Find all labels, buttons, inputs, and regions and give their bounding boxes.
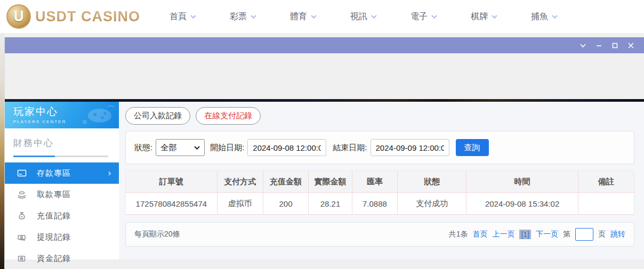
col-actual-amount: 實際金額 bbox=[309, 171, 352, 193]
prev-page-link[interactable]: 上一页 bbox=[492, 230, 514, 239]
cell-exchange-rate: 7.0888 bbox=[352, 193, 398, 215]
close-icon bbox=[627, 42, 634, 49]
funds-bag-icon bbox=[17, 253, 27, 264]
minimize-icon bbox=[595, 42, 602, 49]
end-date-label: 結束日期: bbox=[333, 143, 367, 153]
total-count-text: 共1条 bbox=[449, 230, 468, 239]
nav-label: 彩票 bbox=[230, 11, 247, 22]
nav-item-slots[interactable]: 電子 bbox=[410, 11, 437, 22]
cell-time: 2024-09-08 15:34:02 bbox=[466, 193, 578, 215]
cell-status: 支付成功 bbox=[398, 193, 466, 215]
cell-actual-amount: 28.21 bbox=[309, 193, 352, 215]
nav-item-sports[interactable]: 體育 bbox=[290, 11, 317, 22]
sidebar-item-funds-records[interactable]: 資金記錄 bbox=[5, 248, 119, 269]
table-row: 1725780842855474 虚拟币 200 28.21 7.0888 支付… bbox=[126, 193, 634, 215]
background-image-strip bbox=[0, 33, 4, 269]
sidebar: 玩家中心 PLAYERS CENTER 財務中心 bbox=[5, 102, 119, 259]
cell-recharge-amount: 200 bbox=[263, 193, 309, 215]
window-titlebar bbox=[5, 37, 644, 53]
gamepad-icon bbox=[78, 104, 116, 127]
maximize-icon bbox=[611, 42, 618, 49]
top-navbar: U USDT CASINO 首頁 彩票 體育 視訊 電子 棋牌 捕魚 bbox=[0, 0, 644, 33]
nav-label: 棋牌 bbox=[471, 11, 488, 22]
first-page-link[interactable]: 首页 bbox=[472, 230, 487, 239]
col-payment-method: 支付方式 bbox=[217, 171, 263, 193]
sidebar-item-withdrawal-records[interactable]: 提現記錄 bbox=[5, 226, 119, 248]
chevron-down-icon bbox=[190, 15, 196, 19]
sidebar-item-label: 存款專區 bbox=[37, 168, 71, 178]
section-underline bbox=[13, 156, 110, 157]
nav-label: 電子 bbox=[410, 11, 428, 22]
chevron-down-icon bbox=[579, 42, 586, 49]
sidebar-item-label: 提現記錄 bbox=[37, 232, 71, 242]
col-exchange-rate: 匯率 bbox=[352, 171, 398, 193]
main-menu: 首頁 彩票 體育 視訊 電子 棋牌 捕魚 bbox=[170, 11, 591, 22]
table-header-row: 訂單號 支付方式 充值金額 實際金額 匯率 狀態 時間 備註 bbox=[126, 171, 634, 193]
nav-label: 視訊 bbox=[350, 11, 367, 22]
nav-label: 首頁 bbox=[170, 11, 187, 22]
window-maximize-button[interactable] bbox=[607, 37, 623, 53]
chevron-down-icon bbox=[311, 15, 317, 19]
main-panel: 公司入款記錄 在線支付記錄 狀態: 全部 開始日期: 結束日期: 查詢 bbox=[119, 102, 644, 259]
window-close-button[interactable] bbox=[623, 37, 639, 53]
chevron-down-icon bbox=[552, 15, 558, 19]
jump-link[interactable]: 跳转 bbox=[610, 230, 625, 239]
chevron-down-icon bbox=[371, 15, 377, 19]
nav-item-board-games[interactable]: 棋牌 bbox=[471, 11, 497, 22]
sidebar-item-label: 充值記錄 bbox=[37, 211, 71, 221]
sidebar-section-title: 財務中心 bbox=[13, 137, 110, 149]
chevron-down-icon bbox=[492, 15, 497, 19]
cell-order-number: 1725780842855474 bbox=[126, 193, 218, 215]
banknote-icon bbox=[17, 232, 27, 242]
col-order-number: 訂單號 bbox=[126, 171, 218, 193]
sidebar-item-deposit-zone[interactable]: 存款專區 › bbox=[5, 162, 119, 184]
sidebar-menu: 存款專區 › 取款專區 充值記錄 bbox=[5, 162, 119, 269]
filter-bar: 狀態: 全部 開始日期: 結束日期: 查詢 bbox=[125, 131, 634, 164]
nav-label: 體育 bbox=[290, 11, 307, 22]
record-tabs: 公司入款記錄 在線支付記錄 bbox=[125, 107, 634, 125]
query-button[interactable]: 查詢 bbox=[456, 139, 489, 156]
jump-prefix-text: 第 bbox=[563, 230, 570, 239]
nav-item-home[interactable]: 首頁 bbox=[170, 11, 196, 22]
page-jump-input[interactable] bbox=[575, 228, 593, 241]
cell-remark bbox=[578, 193, 634, 215]
brand-logo[interactable]: U USDT CASINO bbox=[6, 4, 140, 29]
col-recharge-amount: 充值金額 bbox=[263, 171, 309, 193]
window-empty-area bbox=[5, 53, 644, 99]
chevron-down-icon bbox=[194, 146, 200, 150]
payment-records-table: 訂單號 支付方式 充值金額 實際金額 匯率 狀態 時間 備註 172578084 bbox=[125, 170, 634, 215]
start-date-input[interactable] bbox=[247, 139, 326, 156]
page-size-text: 每頁顯示20條 bbox=[134, 230, 180, 239]
window-minimize-button[interactable] bbox=[591, 37, 607, 53]
col-status: 狀態 bbox=[398, 171, 466, 193]
chevron-right-icon: › bbox=[108, 168, 111, 178]
current-page-indicator: [1] bbox=[519, 230, 531, 239]
nav-label: 捕魚 bbox=[531, 11, 548, 22]
chevron-down-icon bbox=[251, 15, 256, 19]
start-date-label: 開始日期: bbox=[210, 143, 244, 153]
tab-online-payment-records[interactable]: 在線支付記錄 bbox=[196, 107, 261, 125]
pager-controls: 共1条 首页 上一页 [1] 下一页 第 页 跳转 bbox=[449, 228, 625, 241]
window-collapse-button[interactable] bbox=[575, 37, 591, 53]
sidebar-item-label: 資金記錄 bbox=[37, 254, 71, 264]
sidebar-header: 玩家中心 PLAYERS CENTER bbox=[5, 102, 119, 128]
end-date-input[interactable] bbox=[371, 139, 449, 156]
sidebar-item-label: 取款專區 bbox=[37, 190, 71, 200]
status-select[interactable]: 全部 bbox=[156, 139, 205, 156]
next-page-link[interactable]: 下一页 bbox=[536, 230, 558, 239]
usdt-coin-logo-icon: U bbox=[6, 4, 31, 29]
nav-item-fishing[interactable]: 捕魚 bbox=[531, 11, 558, 22]
sidebar-item-withdraw-zone[interactable]: 取款專區 bbox=[5, 184, 119, 205]
hand-money-icon bbox=[17, 189, 27, 200]
status-select-value: 全部 bbox=[160, 143, 176, 153]
status-label: 狀態: bbox=[134, 143, 152, 153]
tab-company-deposit-records[interactable]: 公司入款記錄 bbox=[125, 107, 190, 125]
nav-item-lottery[interactable]: 彩票 bbox=[230, 11, 256, 22]
cell-payment-method: 虚拟币 bbox=[217, 193, 263, 215]
player-center-window: 玩家中心 PLAYERS CENTER 財務中心 bbox=[4, 37, 644, 269]
nav-item-live-video[interactable]: 視訊 bbox=[350, 11, 377, 22]
pagination-bar: 每頁顯示20條 共1条 首页 上一页 [1] 下一页 第 页 跳转 bbox=[125, 222, 634, 247]
col-time: 時間 bbox=[466, 171, 578, 193]
window-content: 玩家中心 PLAYERS CENTER 財務中心 bbox=[5, 102, 644, 259]
sidebar-item-recharge-records[interactable]: 充值記錄 bbox=[5, 205, 119, 226]
